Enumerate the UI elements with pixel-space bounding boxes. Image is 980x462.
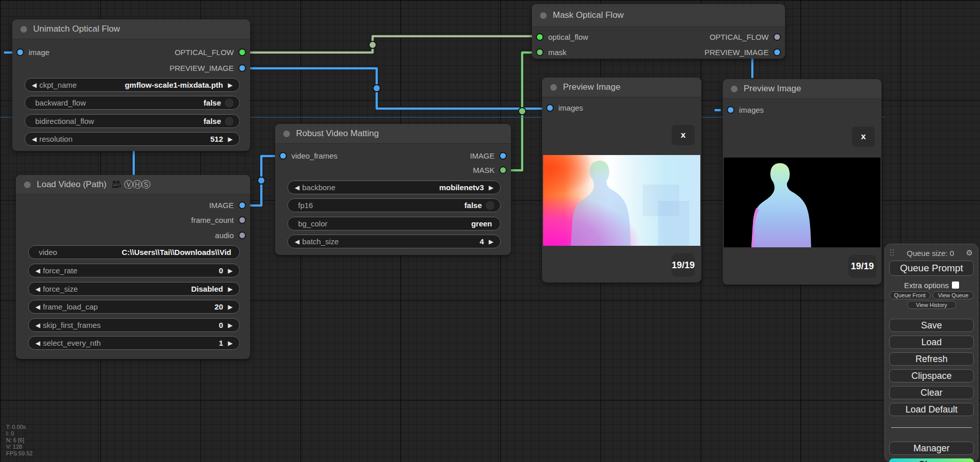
- node-rvm[interactable]: Robust Video Mattingvideo_framesIMAGEMAS…: [275, 124, 511, 255]
- widget-value: 0: [219, 266, 223, 275]
- widget-increment-arrow[interactable]: ▶: [487, 238, 495, 245]
- widget-ckpt_name[interactable]: ◀ckpt_namegmflow-scale1-mixdata.pth▶: [24, 78, 240, 92]
- widget-batch_size[interactable]: ◀batch_size4▶: [287, 235, 501, 248]
- node-title-bar[interactable]: Unimatch Optical Flow: [12, 19, 250, 39]
- preview-close-button[interactable]: x: [852, 126, 875, 147]
- toggle-knob[interactable]: [485, 200, 495, 211]
- node-title-bar[interactable]: Mask Optical Flow: [532, 4, 785, 27]
- input-port-optical_flow: optical_flow: [536, 33, 588, 41]
- widget-decrement-arrow[interactable]: ◀: [34, 286, 42, 293]
- reroute-dot[interactable]: [258, 177, 265, 184]
- widget-increment-arrow[interactable]: ▶: [226, 82, 234, 89]
- share-button[interactable]: Share: [889, 458, 974, 462]
- widget-increment-arrow[interactable]: ▶: [226, 322, 234, 329]
- node-status-dot: [24, 182, 31, 188]
- toggle-knob[interactable]: [224, 116, 234, 126]
- output-dot-OPTICAL_FLOW[interactable]: [773, 33, 781, 41]
- link-wire: [248, 68, 545, 109]
- widget-increment-arrow[interactable]: ▶: [226, 136, 234, 143]
- output-label: MASK: [473, 166, 495, 174]
- load-button[interactable]: Load: [889, 336, 974, 349]
- widget-skip_first_frames[interactable]: ◀skip_first_frames0▶: [28, 318, 240, 332]
- widget-bidirectional_flow[interactable]: bidirectional_flowfalse: [24, 114, 240, 128]
- output-dot-frame_count[interactable]: [238, 216, 246, 224]
- widget-decrement-arrow[interactable]: ◀: [30, 136, 38, 143]
- widget-decrement-arrow[interactable]: ◀: [293, 238, 301, 245]
- node-preview1[interactable]: Preview Imageimagesx 19/19: [542, 78, 701, 283]
- input-port-images: images: [546, 104, 583, 112]
- node-title-bar[interactable]: Preview Image: [542, 78, 701, 97]
- output-port-OPTICAL_FLOW: OPTICAL_FLOW: [175, 48, 246, 57]
- widget-select_every_nth[interactable]: ◀select_every_nth1▶: [28, 336, 240, 350]
- widget-force_size[interactable]: ◀force_sizeDisabled▶: [28, 282, 240, 296]
- refresh-button[interactable]: Refresh: [889, 352, 974, 366]
- gear-icon[interactable]: ⚙: [966, 248, 973, 258]
- output-dot-PREVIEW_IMAGE[interactable]: [773, 48, 781, 56]
- widget-increment-arrow[interactable]: ▶: [226, 267, 234, 274]
- widget-increment-arrow[interactable]: ▶: [487, 184, 495, 191]
- reroute-dot[interactable]: [373, 85, 380, 92]
- link-wire: [248, 36, 537, 53]
- output-dot-audio[interactable]: [238, 232, 246, 239]
- input-dot-video_frames[interactable]: [279, 152, 287, 160]
- node-title-bar[interactable]: Preview Image: [723, 79, 881, 99]
- widget-bg_color[interactable]: bg_colorgreen: [287, 217, 501, 230]
- toggle-knob[interactable]: [224, 98, 234, 108]
- vhs-letters-icon: ⓋⒽⓈ: [124, 178, 150, 191]
- save-button[interactable]: Save: [889, 319, 974, 332]
- widget-video[interactable]: videoC:\\Users\\Tai\\Downloads\\Vid: [28, 245, 240, 259]
- widget-increment-arrow[interactable]: ▶: [226, 340, 234, 347]
- view-queue-button[interactable]: View Queue: [933, 291, 974, 299]
- output-label: PREVIEW_IMAGE: [169, 64, 234, 72]
- manager-button[interactable]: Manager: [889, 442, 974, 455]
- widget-decrement-arrow[interactable]: ◀: [34, 303, 42, 311]
- widget-backbone[interactable]: ◀backbonemobilenetv3▶: [287, 181, 501, 194]
- preview-close-button[interactable]: x: [672, 125, 695, 145]
- extra-options-checkbox[interactable]: [952, 281, 959, 289]
- widget-decrement-arrow[interactable]: ◀: [34, 340, 42, 347]
- node-preview2[interactable]: Preview Imageimagesx 19/19: [723, 79, 881, 285]
- output-dot-IMAGE[interactable]: [238, 201, 246, 209]
- input-dot-optical_flow[interactable]: [536, 33, 544, 41]
- view-history-button[interactable]: View History: [907, 301, 956, 309]
- reroute-dot[interactable]: [369, 41, 376, 48]
- input-label: images: [739, 106, 764, 114]
- node-loadvideo[interactable]: Load Video (Path) ⓋⒽⓈIMAGEframe_countaud…: [16, 175, 250, 359]
- node-unimatch[interactable]: Unimatch Optical FlowimageOPTICAL_FLOWPR…: [12, 19, 250, 151]
- widget-decrement-arrow[interactable]: ◀: [30, 82, 38, 89]
- widget-increment-arrow[interactable]: ▶: [226, 286, 234, 293]
- clear-button[interactable]: Clear: [889, 386, 974, 399]
- stat-time: T: 0.00s: [6, 424, 33, 430]
- widget-force_rate[interactable]: ◀force_rate0▶: [28, 264, 240, 277]
- load-default-button[interactable]: Load Default: [889, 403, 974, 416]
- output-dot-MASK[interactable]: [499, 166, 507, 174]
- output-label: PREVIEW_IMAGE: [704, 48, 769, 57]
- input-dot-mask[interactable]: [536, 48, 544, 56]
- queue-front-button[interactable]: Queue Front: [889, 291, 930, 299]
- widget-increment-arrow[interactable]: ▶: [226, 303, 234, 311]
- reroute-dot[interactable]: [519, 108, 526, 115]
- widget-label: resolution: [39, 135, 72, 143]
- queue-prompt-button[interactable]: Queue Prompt: [889, 261, 974, 276]
- clipspace-button[interactable]: Clipspace: [889, 369, 974, 382]
- widget-backward_flow[interactable]: backward_flowfalse: [24, 96, 240, 110]
- widget-frame_load_cap[interactable]: ◀frame_load_cap20▶: [28, 300, 240, 314]
- node-title-bar[interactable]: Robust Video Matting: [275, 124, 511, 144]
- input-dot-images[interactable]: [727, 106, 734, 114]
- output-label: IMAGE: [470, 151, 495, 160]
- output-dot-OPTICAL_FLOW[interactable]: [238, 48, 246, 56]
- widget-resolution[interactable]: ◀resolution512▶: [24, 132, 240, 146]
- output-dot-PREVIEW_IMAGE[interactable]: [238, 64, 246, 72]
- widget-value: green: [471, 219, 492, 228]
- input-dot-image[interactable]: [16, 48, 24, 56]
- widget-decrement-arrow[interactable]: ◀: [293, 184, 301, 191]
- node-title-bar[interactable]: Load Video (Path) ⓋⒽⓈ: [16, 175, 250, 195]
- node-status-dot: [540, 12, 547, 19]
- widget-decrement-arrow[interactable]: ◀: [34, 322, 42, 329]
- node-maskflow[interactable]: Mask Optical Flowoptical_flowmaskOPTICAL…: [532, 4, 785, 59]
- widget-fp16[interactable]: fp16false: [287, 198, 501, 212]
- input-dot-images[interactable]: [546, 104, 554, 112]
- output-dot-IMAGE[interactable]: [499, 152, 507, 160]
- menu-drag-handle-icon[interactable]: [890, 249, 895, 256]
- widget-decrement-arrow[interactable]: ◀: [34, 267, 42, 274]
